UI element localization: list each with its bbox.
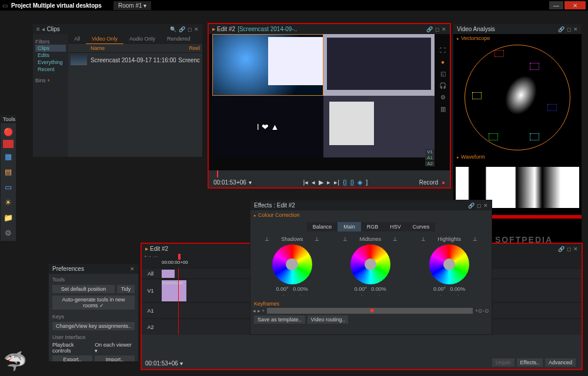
tab-rendered[interactable]: Rendered	[161, 34, 196, 44]
flag-tool-icon[interactable]	[3, 140, 14, 148]
marker-icon[interactable]: ◈	[358, 179, 362, 186]
app-menu-icon[interactable]: ▭	[2, 2, 8, 9]
highlights-wheel[interactable]	[429, 244, 469, 284]
window-icon[interactable]: ◻	[188, 26, 192, 32]
link-icon[interactable]: 🔗	[179, 26, 185, 32]
waveform-label[interactable]: Waveform	[461, 154, 485, 160]
export-button[interactable]: Export..	[52, 355, 92, 361]
mark-out-icon[interactable]: |}	[350, 179, 355, 186]
indicator-icon[interactable]: ●	[438, 58, 447, 66]
save-template-button[interactable]: Save as template..	[254, 315, 305, 324]
step-fwd-icon[interactable]: ▸	[327, 179, 330, 186]
reset-icon[interactable]: ⊥	[315, 236, 319, 242]
filter-everything[interactable]: Everything	[35, 59, 66, 66]
expand-icon[interactable]: ⛶	[438, 46, 447, 54]
reset-icon[interactable]: ⊥	[473, 236, 477, 242]
reset-icon[interactable]: ⊥	[343, 236, 348, 242]
search-icon[interactable]: 🔍	[170, 26, 176, 32]
reset-icon[interactable]: ⊥	[421, 236, 426, 242]
tab-rgb[interactable]: RGB	[361, 222, 385, 231]
close-icon[interactable]: ✕	[573, 26, 578, 32]
reset-icon[interactable]: ⊥	[393, 236, 397, 242]
set-default-button[interactable]: Set default position	[52, 285, 115, 293]
advanced-button[interactable]: Advanced	[545, 358, 576, 367]
step-back-icon[interactable]: ◂	[312, 179, 315, 186]
filter-recent[interactable]: Recent	[35, 66, 66, 73]
auto-gen-toggle[interactable]: Auto-generate tools in new rooms ✓	[52, 296, 135, 310]
window-icon[interactable]: ◻	[567, 26, 571, 32]
layers-icon[interactable]: ▥	[438, 105, 447, 113]
close-button[interactable]: ✕	[564, 1, 586, 9]
tidy-button[interactable]: Tidy	[117, 285, 135, 293]
crop-icon[interactable]: ◱	[438, 69, 447, 78]
playback-dropdown[interactable]: On each viewer ▾	[95, 342, 135, 354]
track-v1[interactable]: V1	[425, 149, 435, 155]
tab-balance[interactable]: Balance	[307, 222, 338, 231]
change-keys-button[interactable]: Change/View key assignments..	[52, 322, 135, 330]
table-tool-icon[interactable]: ▤	[1, 164, 15, 179]
midtones-wheel[interactable]	[350, 244, 390, 284]
preferences-panel: Preferences ✕ Tools Set default position…	[48, 263, 139, 362]
close-icon[interactable]: ✕	[442, 26, 446, 32]
track-a2[interactable]: A2	[142, 318, 159, 335]
keyframes-bar[interactable]: ◆	[267, 308, 472, 314]
track-all[interactable]: All	[142, 268, 159, 278]
window-icon[interactable]: ◻	[567, 246, 571, 252]
video-routing-button[interactable]: Video routing..	[308, 315, 349, 324]
room-tab[interactable]: Room #1 ▾	[113, 1, 151, 10]
app-titlebar: ▭ Project Multiple virtual desktops Room…	[0, 0, 588, 11]
track-a1[interactable]: A1	[142, 302, 159, 318]
link-icon[interactable]: 🔗	[426, 26, 433, 32]
gear-icon[interactable]: ⚙	[438, 93, 447, 101]
headphones-icon[interactable]: 🎧	[438, 81, 447, 89]
viewer-scrubber[interactable]	[209, 170, 450, 177]
tab-hsv[interactable]: HSV	[384, 222, 407, 231]
play-icon[interactable]: ▶	[319, 179, 323, 186]
window-icon[interactable]: ◻	[435, 26, 439, 32]
track-v1[interactable]: V1	[142, 278, 159, 302]
unjoin-button[interactable]: Unjoin	[492, 358, 514, 367]
vectorscope-label[interactable]: Vectorscope	[461, 35, 490, 41]
prefs-title: Preferences	[52, 266, 84, 272]
close-icon[interactable]: ✕	[573, 246, 578, 252]
record-icon[interactable]: ●	[442, 179, 445, 186]
tab-main[interactable]: Main	[338, 222, 361, 231]
tab-curves[interactable]: Curves	[407, 222, 436, 231]
track-a2[interactable]: A2	[425, 161, 435, 166]
shadows-wheel[interactable]	[272, 244, 312, 284]
screen-tool-icon[interactable]: ▭	[1, 180, 15, 194]
import-button[interactable]: Import..	[95, 355, 135, 361]
effects-button[interactable]: Effects..	[517, 358, 543, 367]
col-name[interactable]: Name	[91, 45, 189, 51]
link-icon[interactable]: 🔗	[558, 246, 564, 252]
minimize-button[interactable]: —	[549, 1, 563, 9]
bracket-icon[interactable]: ]	[366, 179, 368, 186]
colour-correction-section[interactable]: Colour Correction	[258, 212, 300, 218]
col-reel[interactable]: Reel	[189, 45, 200, 51]
tab-all[interactable]: All	[68, 34, 86, 44]
skip-end-icon[interactable]: ▸|	[334, 179, 339, 186]
clip-row[interactable]: Screencast 2014-09-17 11:16:00 Screenc	[68, 53, 202, 67]
close-icon[interactable]: ✕	[194, 26, 199, 32]
mark-in-icon[interactable]: {|	[343, 179, 347, 186]
record-tool-icon[interactable]: 🔴	[1, 125, 15, 139]
grid-tool-icon[interactable]: ▦	[1, 149, 15, 163]
reset-icon[interactable]: ⊥	[265, 236, 269, 242]
record-button[interactable]: Record	[419, 179, 438, 186]
viewer-subtitle: [Screencast 2014-09-..	[238, 26, 297, 32]
filter-clips[interactable]: Clips	[35, 45, 66, 52]
close-icon[interactable]: ✕	[483, 203, 488, 209]
tab-video-only[interactable]: Video Only	[86, 34, 123, 44]
track-a1[interactable]: A1	[425, 155, 435, 160]
window-icon[interactable]: ◻	[477, 203, 481, 209]
folder-tool-icon[interactable]: 📁	[1, 210, 15, 224]
tab-audio-only[interactable]: Audio Only	[123, 34, 161, 44]
link-icon[interactable]: 🔗	[558, 26, 564, 32]
filter-edits[interactable]: Edits	[35, 52, 66, 59]
gear-tool-icon[interactable]: ⚙	[1, 226, 15, 240]
close-icon[interactable]: ✕	[130, 266, 135, 272]
viewer-grid[interactable]: I ❤ ▲	[212, 34, 435, 157]
sun-tool-icon[interactable]: ☀	[1, 195, 15, 209]
skip-start-icon[interactable]: |◂	[303, 179, 308, 186]
link-icon[interactable]: 🔗	[468, 203, 475, 209]
